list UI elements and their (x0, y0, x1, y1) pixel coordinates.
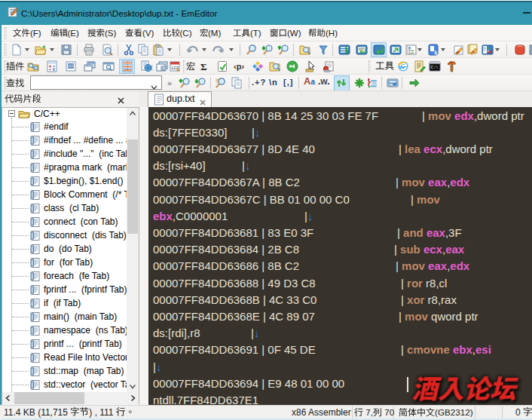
svg-text:Σ: Σ (200, 61, 207, 72)
svg-text:C:\: C:\ (431, 65, 439, 70)
svg-text:‹p›: ‹p› (234, 62, 244, 71)
